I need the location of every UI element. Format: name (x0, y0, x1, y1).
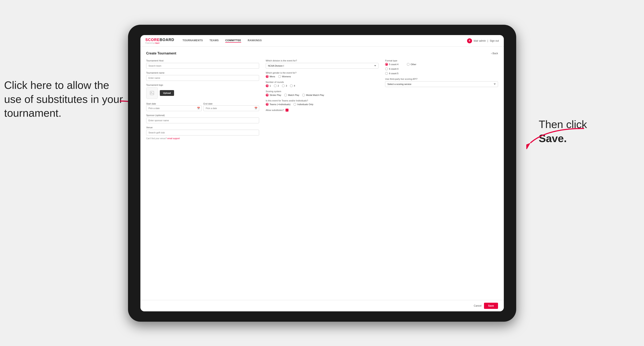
nav-user-area: B blair admin | Sign out (467, 38, 499, 43)
format-type-group: Format type 5 count 4 Other (385, 59, 498, 75)
scoring-system-group: Scoring system Stroke Play Match Play (266, 90, 379, 97)
tablet-screen: SCOREBOARD Powered by clippd TOURNAMENTS… (140, 35, 504, 311)
rounds-1-radio[interactable] (266, 84, 269, 87)
rounds-group: Number of rounds 1 2 (266, 81, 379, 87)
rounds-radio-group: 1 2 3 4 (266, 84, 379, 87)
annotation-left: Click here to allow the use of substitut… (4, 78, 124, 120)
format-options: 5 count 4 Other 6 count 4 (385, 63, 498, 75)
venue-help: Can't find your venue? email support (146, 137, 259, 140)
allow-substitutes-checkbox[interactable]: ✓ (286, 109, 288, 112)
nav-tournaments[interactable]: TOURNAMENTS (182, 39, 203, 43)
medal-match-play-radio[interactable] (302, 94, 305, 97)
avatar: B (467, 38, 472, 43)
teams-radio-group: Teams (+Individuals) Individuals Only (266, 103, 379, 106)
format-other-radio[interactable] (407, 63, 410, 66)
sponsor-input[interactable] (146, 118, 259, 123)
start-date-label: Start date (146, 103, 156, 105)
sponsor-group: Sponsor (optional) (146, 114, 259, 123)
gender-radio-group: Mens Womens (266, 75, 379, 78)
nav-committee[interactable]: COMMITTEE (225, 39, 241, 43)
tournament-name-input[interactable] (146, 75, 259, 81)
form-section-left: Tournament Host Tournament name Tourname… (146, 59, 259, 140)
logo-upload-area: Upload (146, 87, 259, 99)
rounds-2[interactable]: 2 (274, 84, 279, 87)
gender-mens[interactable]: Mens (266, 75, 275, 78)
end-date-label: End date (204, 103, 212, 105)
stroke-play[interactable]: Stroke Play (266, 94, 281, 97)
rounds-label: Number of rounds (266, 81, 379, 83)
teams-plus-individuals[interactable]: Teams (+Individuals) (266, 103, 290, 106)
calendar-icon: 📅 (197, 107, 200, 110)
rounds-3[interactable]: 3 (282, 84, 287, 87)
calendar-icon-end: 📅 (254, 107, 258, 110)
division-select[interactable]: NCAA Division I (266, 63, 379, 69)
teams-radio[interactable] (266, 103, 269, 106)
nav-teams[interactable]: TEAMS (210, 39, 219, 43)
arrow-right-icon (526, 124, 588, 149)
tournament-host-input[interactable] (146, 63, 259, 69)
rounds-4[interactable]: 4 (290, 84, 295, 87)
gender-womens[interactable]: Womens (278, 75, 291, 78)
format-5count4[interactable]: 5 count 4 (385, 63, 398, 66)
save-button[interactable]: Save (484, 303, 498, 309)
page-title: Create Tournament (146, 51, 176, 55)
gender-label: Which gender is the event for? (266, 72, 379, 74)
allow-substitutes-group: Allow substitutes? ✓ (266, 109, 379, 112)
scoring-system-label: Scoring system (266, 90, 379, 93)
start-date-input[interactable] (146, 105, 202, 111)
tournament-logo-group: Tournament logo Upload (146, 84, 259, 99)
logo: SCOREBOARD (145, 38, 174, 42)
scoring-api-select[interactable]: Select a scoring service (385, 81, 498, 87)
stroke-play-radio[interactable] (266, 94, 269, 97)
tournament-name-group: Tournament name (146, 72, 259, 81)
medal-match-play[interactable]: Medal Match Play (302, 94, 324, 97)
match-play-radio[interactable] (284, 94, 287, 97)
gender-womens-label: Womens (282, 75, 291, 78)
user-name: blair admin (474, 39, 486, 42)
end-date-input[interactable] (204, 105, 259, 111)
format-6count5[interactable]: 6 count 5 (385, 72, 498, 75)
tournament-name-label: Tournament name (146, 72, 259, 74)
gender-group: Which gender is the event for? Mens Wome… (266, 72, 379, 78)
format-other[interactable]: Other (407, 63, 416, 66)
allow-substitutes-label: Allow substitutes? (266, 109, 284, 111)
tournament-host-label: Tournament Host (146, 59, 259, 62)
rounds-1[interactable]: 1 (266, 84, 271, 87)
page-header: Create Tournament Back (146, 51, 498, 55)
end-date-group: End date 📅 (204, 102, 259, 111)
venue-email-link[interactable]: email support (168, 137, 180, 140)
tournament-logo-label: Tournament logo (146, 84, 259, 86)
individuals-only[interactable]: Individuals Only (294, 103, 314, 106)
nav-rankings[interactable]: RANKINGS (248, 39, 262, 43)
end-date-wrapper: 📅 (204, 105, 259, 111)
sign-out-link[interactable]: Sign out (490, 39, 499, 42)
teams-individuals-label: Is this event for Teams and/or Individua… (266, 99, 379, 102)
logo-area: SCOREBOARD Powered by clippd (145, 38, 174, 44)
venue-input[interactable] (146, 130, 259, 136)
svg-rect-2 (150, 91, 154, 95)
gender-mens-radio[interactable] (266, 75, 269, 78)
form-section-right: Format type 5 count 4 Other (385, 59, 498, 140)
rounds-2-radio[interactable] (274, 84, 277, 87)
individuals-radio[interactable] (294, 103, 296, 106)
teams-individuals-group: Is this event for Teams and/or Individua… (266, 99, 379, 106)
format-6count5-radio[interactable] (385, 72, 388, 75)
rounds-4-radio[interactable] (290, 84, 293, 87)
upload-button[interactable]: Upload (160, 90, 174, 96)
gender-womens-radio[interactable] (278, 75, 281, 78)
format-6count4[interactable]: 6 count 4 (385, 67, 498, 70)
page-content: Create Tournament Back Tournament Host T… (140, 47, 504, 300)
cancel-button[interactable]: Cancel (474, 304, 482, 307)
powered-by: Powered by clippd (145, 42, 174, 44)
date-row: Start date 📅 End date 📅 (146, 102, 259, 111)
format-type-label: Format type (385, 59, 498, 62)
back-link[interactable]: Back (491, 52, 498, 55)
format-6count4-radio[interactable] (385, 67, 388, 70)
rounds-3-radio[interactable] (282, 84, 285, 87)
division-group: Which division is the event for? NCAA Di… (266, 59, 379, 69)
start-date-wrapper: 📅 (146, 105, 202, 111)
match-play[interactable]: Match Play (284, 94, 299, 97)
format-5count4-radio[interactable] (385, 63, 388, 66)
sponsor-label: Sponsor (optional) (146, 114, 259, 117)
gender-mens-label: Mens (270, 75, 275, 78)
